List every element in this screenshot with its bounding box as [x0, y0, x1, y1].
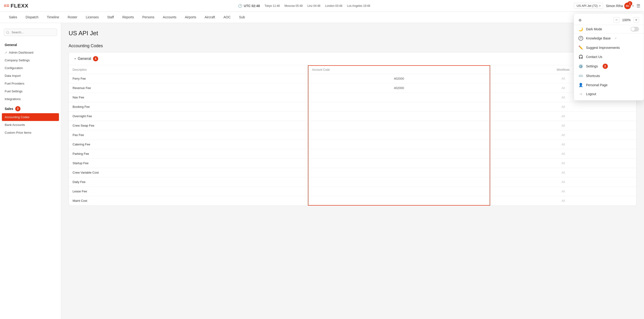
linz-clock: Linz 04:48	[308, 4, 320, 8]
user-menu[interactable]: Simon Riha SR 1 ▾	[606, 2, 634, 9]
description-cell: Crew Variable Cost	[69, 168, 308, 177]
edit-icon: ✏️	[578, 45, 583, 50]
dropdown-item-shortcuts[interactable]: ⌨️ Shortcuts	[574, 71, 644, 80]
user-badge: 1	[628, 1, 632, 6]
sidebar-item-fuel-settings[interactable]: Fuel Settings	[0, 88, 61, 95]
sidebar-item-admin-dashboard[interactable]: ↗ Admin Dashboard	[0, 49, 61, 56]
question-icon: ?	[578, 36, 583, 41]
account-code-cell[interactable]: 402000	[308, 74, 490, 84]
nav-item-dispatch[interactable]: Dispatch	[21, 12, 42, 23]
nav-item-persons[interactable]: Persons	[138, 12, 158, 23]
search-input[interactable]	[4, 29, 57, 36]
chevron-down-icon: ▾	[599, 4, 600, 8]
nav-item-reports[interactable]: Reports	[118, 12, 138, 23]
accounting-codes-table: Description Account Code Workflows Ferry…	[69, 65, 636, 206]
account-code-cell[interactable]	[308, 196, 490, 206]
sidebar-item-integrations[interactable]: Integrations	[0, 95, 61, 103]
description-cell: Catering Fee	[69, 140, 308, 149]
nav-item-accounts[interactable]: Accounts	[158, 12, 180, 23]
description-cell: Nav Fee	[69, 93, 308, 102]
description-cell: Overnight Fee	[69, 112, 308, 121]
nav-item-timeline[interactable]: Timeline	[43, 12, 64, 23]
account-code-cell[interactable]	[308, 93, 490, 102]
description-cell: Crew Swap Fee	[69, 121, 308, 130]
sidebar-item-data-import[interactable]: Data Import	[0, 72, 61, 80]
moscow-clock: Moscow 05:48	[284, 4, 302, 8]
nav-item-staff[interactable]: Staff	[103, 12, 118, 23]
page-title: US API Jet	[68, 30, 636, 37]
dark-mode-toggle[interactable]	[630, 27, 639, 32]
account-code-cell[interactable]	[308, 130, 490, 140]
sidebar-item-custom-price-items[interactable]: Custom Price Items	[0, 129, 61, 136]
sidebar-item-accounting-codes[interactable]: Accounting Codes	[2, 113, 59, 121]
table-row: Parking FeeAll	[69, 149, 636, 158]
account-code-cell[interactable]	[308, 102, 490, 112]
col-header-account-code: Account Code	[308, 66, 490, 74]
account-code-cell[interactable]	[308, 140, 490, 149]
search-icon	[6, 31, 10, 34]
nav-item-airports[interactable]: Airports	[180, 12, 200, 23]
table-row: Booking FeeAll	[69, 102, 636, 112]
dropdown-item-settings[interactable]: ⚙️ Settings 2	[574, 61, 644, 71]
nav-item-aoc[interactable]: AOC	[219, 12, 235, 23]
knowledge-base-label: Knowledge Base	[586, 36, 611, 40]
workflows-cell: All	[490, 140, 636, 149]
nav-item-sales[interactable]: Sales	[5, 12, 21, 23]
sidebar-item-bank-accounts[interactable]: Bank Accounts	[0, 121, 61, 129]
settings-icon: ⚙️	[578, 64, 583, 68]
workflows-cell: All	[490, 149, 636, 158]
workflows-cell: All	[490, 187, 636, 196]
description-cell: Pax Fee	[69, 130, 308, 140]
account-code-cell[interactable]	[308, 149, 490, 158]
nav-item-licenses[interactable]: Licenses	[82, 12, 103, 23]
workflows-cell: All	[490, 158, 636, 168]
dropdown-item-logout[interactable]: → Logout	[574, 90, 644, 98]
description-cell: Daily Fee	[69, 177, 308, 187]
zoom-icon: ⊕	[578, 18, 582, 22]
sidebar-section-sales: Sales 3	[0, 103, 61, 113]
main-content: US API Jet Accounting Codes ▾ General 4 …	[61, 23, 644, 319]
zoom-minus-button[interactable]: −	[614, 17, 619, 23]
description-cell: Revenue Fee	[69, 84, 308, 93]
workflows-cell: All	[490, 121, 636, 130]
nav-item-sub[interactable]: Sub	[235, 12, 249, 23]
org-selector[interactable]: US API Jet (72) ▾	[574, 3, 603, 9]
workflows-cell: All	[490, 196, 636, 206]
personal-page-label: Personal Page	[586, 83, 608, 87]
sidebar-item-configuration[interactable]: Configuration	[0, 64, 61, 72]
dark-mode-row: 🌙 Dark Mode	[574, 25, 644, 34]
sidebar-item-fuel-providers[interactable]: Fuel Providers	[0, 80, 61, 88]
chevron-down-icon: ▾	[632, 4, 634, 8]
account-code-cell[interactable]	[308, 187, 490, 196]
account-code-cell[interactable]	[308, 112, 490, 121]
zoom-value: 100%	[622, 18, 631, 22]
zoom-plus-button[interactable]: +	[634, 17, 639, 23]
sidebar-item-company-settings[interactable]: Company Settings	[0, 56, 61, 64]
description-cell: Ferry Fee	[69, 74, 308, 84]
accounting-codes-title: Accounting Codes	[68, 44, 636, 48]
topbar-right: US API Jet (72) ▾ Simon Riha SR 1 ▾ ☰	[574, 2, 640, 9]
table-row: Overnight FeeAll	[69, 112, 636, 121]
hamburger-icon[interactable]: ☰	[636, 3, 640, 8]
dropdown-item-contact-us[interactable]: 🎧 Contact Us	[574, 52, 644, 61]
dropdown-item-suggest-improvements[interactable]: ✏️ Suggest Improvements	[574, 43, 644, 52]
account-code-cell[interactable]	[308, 177, 490, 187]
workflows-cell: All	[490, 112, 636, 121]
nav-item-aircraft[interactable]: Aircraft	[200, 12, 219, 23]
account-code-cell[interactable]	[308, 158, 490, 168]
logout-label: Logout	[586, 92, 596, 96]
headphone-icon: 🎧	[578, 54, 583, 59]
account-code-cell[interactable]	[308, 121, 490, 130]
losangeles-clock: Los Angeles 19:48	[347, 4, 370, 8]
account-code-cell[interactable]	[308, 168, 490, 177]
collapse-arrow-icon[interactable]: ▾	[74, 57, 76, 60]
user-name: Simon Riha	[606, 4, 623, 8]
svg-point-0	[6, 31, 9, 33]
table-row: Catering FeeAll	[69, 140, 636, 149]
nav-item-roster[interactable]: Roster	[64, 12, 82, 23]
account-code-cell[interactable]: 402000	[308, 84, 490, 93]
dropdown-item-personal-page[interactable]: 👤 Personal Page	[574, 80, 644, 90]
table-row: Revenue Fee402000All	[69, 84, 636, 93]
workflows-cell: All	[490, 168, 636, 177]
dropdown-item-knowledge-base[interactable]: ? Knowledge Base ↗	[574, 34, 644, 43]
